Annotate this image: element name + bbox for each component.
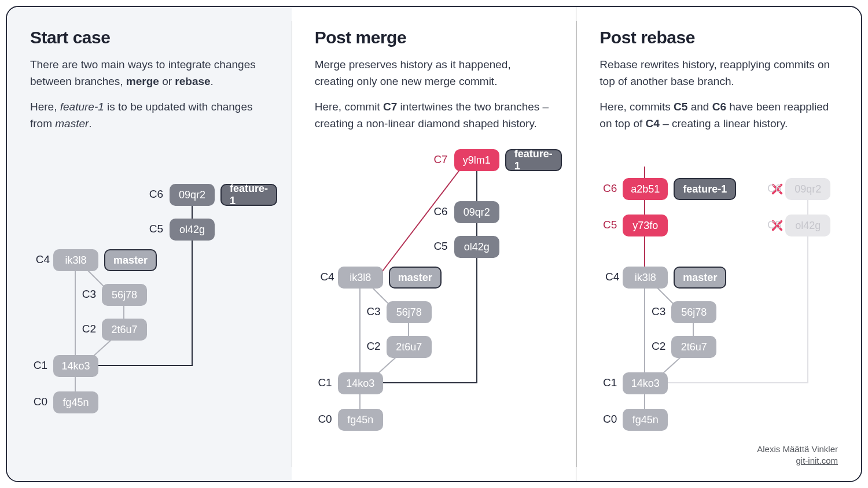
commit-label-c2: C2 — [641, 340, 665, 353]
commit-label-c5r: C5 — [593, 219, 617, 231]
attribution-author: Alexis Määttä Vinkler — [757, 443, 838, 455]
panel-desc-1: Rebase rewrites history, reapplying comm… — [599, 57, 838, 90]
commit-label-c0: C0 — [593, 413, 617, 426]
commit-label-c2: C2 — [356, 340, 381, 353]
commit-c1: 14ko3 — [623, 372, 668, 394]
commit-c6: 09qr2 — [454, 201, 499, 223]
panel-divider — [576, 21, 577, 467]
commit-c2: 2t6u7 — [671, 336, 716, 358]
commit-label-c7: C7 — [424, 153, 448, 166]
branch-feature-1: feature-1 — [220, 184, 277, 206]
commit-c1: 14ko3 — [338, 372, 383, 394]
graph-start: C6 09qr2 feature-1 C5 ol42g C4 ik3l8 mas… — [30, 143, 269, 409]
panel-title: Post rebase — [599, 28, 838, 47]
branch-master: master — [389, 267, 442, 289]
commit-c0: fg45n — [623, 409, 668, 431]
commit-label-c6: C6 — [139, 188, 163, 201]
branch-master: master — [674, 267, 726, 289]
commit-c6: 09qr2 — [170, 184, 215, 206]
panel-desc-2: Here, commits C5 and C6 have been reappl… — [599, 99, 838, 132]
commit-label-c6-ghost: C6 — [757, 182, 781, 195]
commit-c5: ol42g — [454, 236, 499, 258]
commit-label-c3: C3 — [72, 288, 96, 301]
commit-c4: ik3l8 — [623, 267, 668, 289]
commit-c5: ol42g — [170, 219, 215, 241]
commit-c6r: a2b51 — [623, 178, 668, 200]
commit-c2: 2t6u7 — [102, 319, 147, 341]
commit-c6-ghost: 09qr2 — [785, 178, 830, 200]
branch-feature-1: feature-1 — [505, 149, 562, 171]
commit-c5-ghost: ol42g — [785, 215, 830, 236]
commit-c2: 2t6u7 — [387, 336, 432, 358]
commit-label-c0: C0 — [308, 413, 332, 426]
commit-label-c6r: C6 — [593, 182, 617, 195]
commit-label-c5: C5 — [424, 240, 448, 253]
commit-c4: ik3l8 — [338, 267, 383, 289]
panel-desc-1: Merge preserves history as it happened, … — [315, 57, 553, 90]
graph-rebase: C6 a2b51 feature-1 C5 y73fo C4 ik3l8 mas… — [599, 143, 838, 427]
panel-title: Post merge — [315, 28, 553, 47]
commit-label-c3: C3 — [641, 305, 665, 318]
panel-post-merge: Post merge Merge preserves history as it… — [292, 7, 577, 481]
graph-merge: C7 y9lm1 feature-1 C6 09qr2 C5 ol42g C4 … — [315, 143, 553, 427]
panel-title: Start case — [30, 28, 269, 47]
commit-label-c6: C6 — [424, 205, 448, 218]
commit-label-c5: C5 — [139, 223, 163, 235]
commit-label-c5-ghost: C5 — [757, 219, 781, 231]
branch-master: master — [104, 249, 157, 271]
commit-c1: 14ko3 — [53, 355, 98, 377]
panel-divider — [292, 21, 292, 467]
commit-c4: ik3l8 — [53, 249, 98, 271]
commit-c7: y9lm1 — [454, 149, 499, 171]
commit-c3: 56j78 — [102, 284, 147, 306]
commit-label-c0: C0 — [23, 395, 47, 408]
commit-c3: 56j78 — [671, 301, 716, 323]
commit-label-c1: C1 — [308, 376, 332, 389]
commit-label-c4: C4 — [310, 271, 334, 283]
commit-label-c1: C1 — [593, 376, 617, 389]
panel-desc-2: Here, feature-1 is to be updated with ch… — [30, 99, 269, 132]
commit-c5r: y73fo — [623, 215, 668, 236]
attribution: Alexis Määttä Vinkler git-init.com — [757, 443, 838, 466]
commit-label-c3: C3 — [356, 305, 381, 318]
commit-c0: fg45n — [53, 391, 98, 413]
panel-post-rebase: Post rebase Rebase rewrites history, rea… — [576, 7, 861, 481]
panel-start-case: Start case There are two main ways to in… — [7, 7, 292, 481]
panel-desc-2: Here, commit C7 intertwines the two bran… — [315, 99, 553, 132]
commit-c3: 56j78 — [387, 301, 432, 323]
commit-label-c4: C4 — [595, 271, 619, 283]
diagram-frame: Start case There are two main ways to in… — [6, 6, 862, 482]
commit-label-c1: C1 — [23, 359, 47, 372]
attribution-site[interactable]: git-init.com — [757, 455, 838, 467]
panel-desc-1: There are two main ways to integrate cha… — [30, 57, 269, 90]
commit-c0: fg45n — [338, 409, 383, 431]
branch-feature-1: feature-1 — [674, 178, 736, 200]
commit-label-c4: C4 — [25, 253, 50, 266]
commit-label-c2: C2 — [72, 323, 96, 335]
